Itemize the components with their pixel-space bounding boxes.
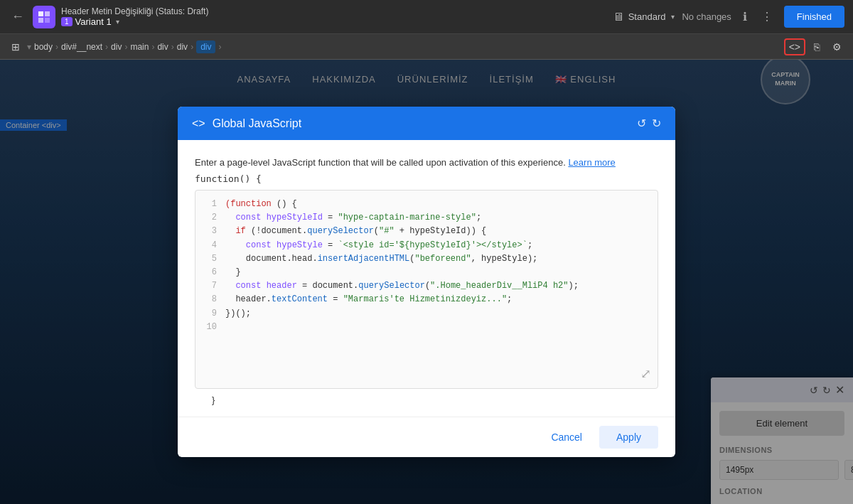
breadcrumb-div2[interactable]: div [157, 42, 168, 52]
modal-overlay: <> Global JavaScript ↺ ↻ Enter a page-le… [0, 60, 853, 504]
svg-rect-3 [45, 18, 50, 23]
svg-rect-1 [45, 11, 50, 16]
code-line-7: 7 const header = document.querySelector(… [203, 279, 650, 293]
top-bar-right: No changes ℹ ⋮ Finished [682, 6, 844, 28]
func-label: function() { [195, 173, 658, 184]
settings-button[interactable]: ⚙ [828, 39, 846, 55]
top-bar: ← Header Metin Değişikliği (Status: Draf… [0, 0, 853, 34]
breadcrumb-main[interactable]: main [130, 42, 149, 52]
breadcrumb-div1[interactable]: div [111, 42, 122, 52]
code-line-1: 1 (function () { [203, 198, 650, 211]
code-line-2: 2 const hypeStyleId = "hype-captain-mari… [203, 211, 650, 225]
breadcrumb-actions: <> ⎘ ⚙ [784, 38, 846, 55]
duplicate-button[interactable]: ⎘ [810, 39, 824, 55]
canvas-area: Container <div> ANASAYFA HAKKIMIZDA ÜRÜN… [0, 60, 853, 504]
layout-icon-button[interactable]: ⊞ [7, 39, 24, 55]
javascript-modal: <> Global JavaScript ↺ ↻ Enter a page-le… [178, 107, 675, 457]
info-button[interactable]: ℹ [740, 7, 750, 26]
svg-rect-0 [38, 11, 43, 16]
code-editor-wrap: 1 (function () { 2 const hypeStyleId = "… [195, 190, 658, 389]
modal-body: Enter a page-level JavaScript function t… [178, 140, 675, 417]
code-editor[interactable]: 1 (function () { 2 const hypeStyleId = "… [195, 190, 658, 389]
breadcrumb-bar: ⊞ ▾ body › div#__next › div › main › div… [0, 34, 853, 60]
code-line-3: 3 if (!document.querySelector("#" + hype… [203, 225, 650, 238]
device-selector: 🖥 Standard ▾ [613, 11, 675, 23]
breadcrumb-div3[interactable]: div [177, 42, 188, 52]
code-line-4: 4 const hypeStyle = `<style id='${hypeSt… [203, 239, 650, 252]
cancel-button[interactable]: Cancel [542, 426, 591, 449]
breadcrumb-divnext[interactable]: div#__next [61, 42, 102, 52]
logo-icon [37, 10, 51, 24]
apply-button[interactable]: Apply [599, 426, 658, 449]
variant-name: Variant 1 [75, 16, 112, 27]
modal-redo-button[interactable]: ↻ [652, 117, 661, 130]
logo [33, 6, 55, 28]
no-changes-label: No changes [682, 11, 731, 22]
breadcrumb-div-active[interactable]: div [196, 41, 215, 53]
modal-undo-button[interactable]: ↺ [637, 117, 646, 130]
back-button[interactable]: ← [9, 6, 27, 27]
code-line-6: 6 } [203, 266, 650, 279]
variant-dropdown-arrow[interactable]: ▾ [116, 18, 119, 26]
modal-footer: Cancel Apply [178, 417, 675, 457]
learn-more-link[interactable]: Learn more [568, 157, 615, 168]
modal-code-icon: <> [192, 117, 205, 130]
breadcrumb-body[interactable]: body [34, 42, 53, 52]
closing-brace: } [195, 389, 658, 405]
device-dropdown-arrow[interactable]: ▾ [671, 13, 675, 21]
finished-button[interactable]: Finished [784, 6, 844, 28]
modal-title: Global JavaScript [213, 117, 630, 130]
experiment-title: Header Metin Değişikliği (Status: Draft) [61, 6, 208, 16]
device-label: Standard [628, 11, 666, 22]
modal-header: <> Global JavaScript ↺ ↻ [178, 107, 675, 140]
code-line-5: 5 document.head.insertAdjacentHTML("befo… [203, 252, 650, 266]
monitor-icon: 🖥 [613, 11, 624, 23]
svg-rect-2 [38, 18, 43, 23]
variant-badge: 1 [61, 17, 73, 26]
code-line-10: 10 [203, 321, 650, 334]
modal-description: Enter a page-level JavaScript function t… [195, 157, 658, 168]
experiment-info: Header Metin Değişikliği (Status: Draft)… [61, 6, 208, 27]
modal-header-actions: ↺ ↻ [637, 117, 661, 130]
expand-button[interactable]: ⤢ [640, 366, 651, 382]
code-line-9: 9 })(); [203, 307, 650, 321]
more-button[interactable]: ⋮ [758, 7, 776, 26]
code-line-8: 8 header.textContent = "Marmaris'te Hizm… [203, 293, 650, 306]
code-editor-button[interactable]: <> [784, 38, 805, 55]
